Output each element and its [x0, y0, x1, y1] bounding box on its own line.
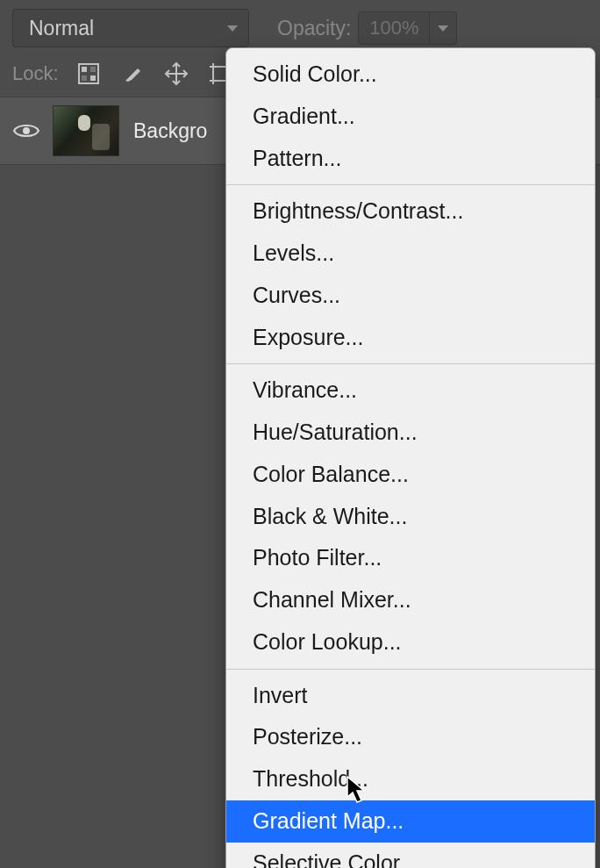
menu-item-pattern[interactable]: Pattern... [226, 138, 595, 180]
menu-separator [226, 363, 595, 364]
opacity-label: Opacity: [277, 17, 351, 40]
menu-item-color-balance[interactable]: Color Balance... [226, 454, 595, 496]
menu-item-exposure[interactable]: Exposure... [226, 317, 595, 359]
svg-point-16 [23, 127, 30, 134]
lock-label: Lock: [12, 62, 59, 85]
svg-rect-2 [90, 67, 96, 72]
fill-adjustment-menu: Solid Color...Gradient...Pattern...Brigh… [225, 47, 596, 868]
eye-icon [13, 122, 39, 140]
chevron-down-icon [438, 25, 448, 32]
menu-item-gradient-map[interactable]: Gradient Map... [226, 800, 595, 843]
menu-separator [226, 184, 595, 185]
visibility-toggle[interactable] [0, 122, 53, 140]
layer-name[interactable]: Backgro [133, 119, 207, 143]
menu-item-hue-saturation[interactable]: Hue/Saturation... [226, 412, 595, 454]
blend-mode-value: Normal [29, 17, 94, 40]
svg-rect-4 [90, 75, 96, 81]
menu-item-selective-color[interactable]: Selective Color... [226, 843, 595, 869]
menu-item-color-lookup[interactable]: Color Lookup... [226, 621, 595, 664]
blend-mode-select[interactable]: Normal [12, 9, 249, 47]
menu-separator [226, 669, 595, 670]
svg-rect-3 [82, 75, 87, 81]
lock-transparency-icon[interactable] [75, 60, 103, 88]
menu-item-photo-filter[interactable]: Photo Filter... [226, 537, 595, 579]
layers-top-bar: Normal Opacity: 100% [0, 0, 600, 53]
menu-item-solid-color[interactable]: Solid Color... [226, 54, 595, 96]
opacity-input[interactable]: 100% [358, 11, 430, 45]
menu-item-black-white[interactable]: Black & White... [226, 496, 595, 538]
chevron-down-icon [227, 25, 238, 32]
menu-item-threshold[interactable]: Threshold... [226, 758, 595, 800]
lock-move-icon[interactable] [162, 60, 190, 88]
lock-brush-icon[interactable] [118, 60, 146, 88]
menu-item-gradient[interactable]: Gradient... [226, 96, 595, 138]
layer-thumbnail[interactable] [53, 105, 119, 156]
menu-item-channel-mixer[interactable]: Channel Mixer... [226, 579, 595, 621]
menu-item-levels[interactable]: Levels... [226, 233, 595, 275]
menu-item-curves[interactable]: Curves... [226, 275, 595, 317]
menu-item-posterize[interactable]: Posterize... [226, 716, 595, 758]
menu-item-invert[interactable]: Invert [226, 675, 595, 717]
opacity-control: Opacity: 100% [277, 11, 457, 45]
menu-item-brightness-contrast[interactable]: Brightness/Contrast... [226, 190, 595, 233]
opacity-dropdown-button[interactable] [430, 11, 457, 45]
svg-rect-1 [82, 67, 87, 72]
menu-item-vibrance[interactable]: Vibrance... [226, 369, 595, 412]
